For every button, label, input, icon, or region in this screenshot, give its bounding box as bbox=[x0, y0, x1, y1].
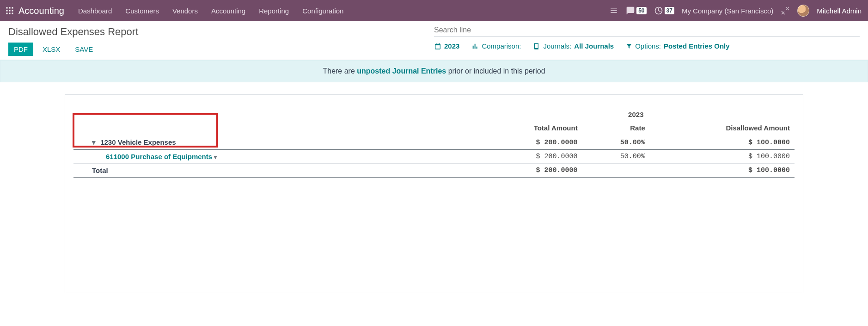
nav-vendors[interactable]: Vendors bbox=[167, 4, 203, 18]
journals-filter[interactable]: Journals: All Journals bbox=[533, 42, 614, 50]
search-input[interactable] bbox=[434, 26, 860, 34]
chart-bars-icon bbox=[471, 43, 479, 50]
col-disallowed: Disallowed Amount bbox=[650, 122, 795, 135]
row-sub-link[interactable]: 611000 Purchase of Equipments▾ bbox=[106, 153, 217, 160]
col-year: 2023 bbox=[477, 109, 795, 122]
report-table: 2023 Total Amount Rate Disallowed Amount… bbox=[73, 109, 795, 178]
messages-badge: 50 bbox=[636, 7, 646, 14]
nav-customers[interactable]: Customers bbox=[120, 4, 165, 18]
row-sub-disallowed: $ 100.0000 bbox=[650, 150, 795, 164]
shortcuts-icon[interactable] bbox=[609, 6, 618, 15]
row-total-total: $ 200.0000 bbox=[477, 164, 582, 178]
export-pdf-button[interactable]: PDF bbox=[8, 43, 33, 56]
unposted-link[interactable]: unposted Journal Entries bbox=[357, 67, 446, 75]
row-main-total: $ 200.0000 bbox=[477, 135, 582, 150]
svg-rect-3 bbox=[6, 10, 8, 12]
comparison-label: Comparison: bbox=[482, 42, 521, 50]
report-area: 2023 Total Amount Rate Disallowed Amount… bbox=[0, 82, 868, 312]
svg-rect-2 bbox=[12, 7, 13, 9]
period-filter[interactable]: 2023 bbox=[434, 42, 459, 50]
nav-reporting[interactable]: Reporting bbox=[253, 4, 294, 18]
table-row[interactable]: ▾ 1230 Vehicle Expenses $ 200.0000 50.00… bbox=[73, 135, 795, 150]
book-icon bbox=[533, 43, 540, 50]
debug-icon[interactable] bbox=[781, 6, 790, 15]
export-xlsx-button[interactable]: XLSX bbox=[37, 43, 66, 56]
journals-label: Journals: bbox=[543, 42, 571, 50]
comparison-filter[interactable]: Comparison: bbox=[471, 42, 521, 50]
warning-prefix: There are bbox=[323, 67, 357, 75]
nav-accounting[interactable]: Accounting bbox=[206, 4, 251, 18]
nav-dashboard[interactable]: Dashboard bbox=[73, 4, 117, 18]
row-main-rate: 50.00% bbox=[582, 135, 650, 150]
apps-icon[interactable] bbox=[5, 6, 15, 16]
chevron-down-icon[interactable]: ▾ bbox=[92, 138, 98, 147]
row-total-disallowed: $ 100.0000 bbox=[650, 164, 795, 178]
row-total-label: Total bbox=[73, 164, 477, 178]
control-panel: Disallowed Expenses Report PDF XLSX SAVE… bbox=[0, 21, 868, 60]
options-value: Posted Entries Only bbox=[664, 42, 730, 50]
svg-rect-0 bbox=[6, 7, 8, 9]
svg-rect-1 bbox=[9, 7, 11, 9]
funnel-icon bbox=[626, 43, 632, 49]
table-row-total: Total $ 200.0000 $ 100.0000 bbox=[73, 164, 795, 178]
period-value: 2023 bbox=[444, 42, 459, 50]
table-row[interactable]: 611000 Purchase of Equipments▾ $ 200.000… bbox=[73, 150, 795, 164]
row-main-label: 1230 Vehicle Expenses bbox=[100, 138, 176, 146]
svg-rect-4 bbox=[9, 10, 11, 12]
row-sub-total: $ 200.0000 bbox=[477, 150, 582, 164]
options-label: Options: bbox=[635, 42, 661, 50]
top-navbar: Accounting Dashboard Customers Vendors A… bbox=[0, 0, 868, 21]
col-rate: Rate bbox=[582, 122, 650, 135]
svg-rect-8 bbox=[12, 13, 13, 14]
row-main-disallowed: $ 100.0000 bbox=[650, 135, 795, 150]
app-brand[interactable]: Accounting bbox=[18, 6, 64, 16]
svg-rect-6 bbox=[6, 13, 8, 14]
topbar-right: 50 37 My Company (San Francisco) Mitchel… bbox=[609, 5, 863, 17]
journals-value: All Journals bbox=[574, 42, 614, 50]
main-menu: Dashboard Customers Vendors Accounting R… bbox=[73, 4, 349, 18]
save-button[interactable]: SAVE bbox=[69, 43, 98, 56]
page-title: Disallowed Expenses Report bbox=[8, 26, 434, 38]
avatar[interactable] bbox=[797, 5, 809, 17]
activities-icon[interactable]: 37 bbox=[654, 6, 674, 15]
caret-down-icon: ▾ bbox=[214, 154, 217, 160]
company-switcher[interactable]: My Company (San Francisco) bbox=[682, 7, 773, 15]
nav-configuration[interactable]: Configuration bbox=[297, 4, 349, 18]
unposted-warning: There are unposted Journal Entries prior… bbox=[0, 60, 868, 82]
filters-row: 2023 Comparison: Journals: All Journals … bbox=[434, 42, 860, 50]
row-total-rate bbox=[582, 164, 650, 178]
svg-rect-5 bbox=[12, 10, 13, 12]
calendar-icon bbox=[434, 43, 441, 50]
col-total: Total Amount bbox=[477, 122, 582, 135]
warning-suffix: prior or included in this period bbox=[446, 67, 545, 75]
activities-badge: 37 bbox=[665, 7, 674, 14]
options-filter[interactable]: Options: Posted Entries Only bbox=[626, 42, 729, 50]
report-card: 2023 Total Amount Rate Disallowed Amount… bbox=[65, 94, 803, 293]
row-sub-rate: 50.00% bbox=[582, 150, 650, 164]
username[interactable]: Mitchell Admin bbox=[817, 7, 862, 15]
svg-rect-7 bbox=[9, 13, 11, 14]
messages-icon[interactable]: 50 bbox=[626, 6, 646, 15]
